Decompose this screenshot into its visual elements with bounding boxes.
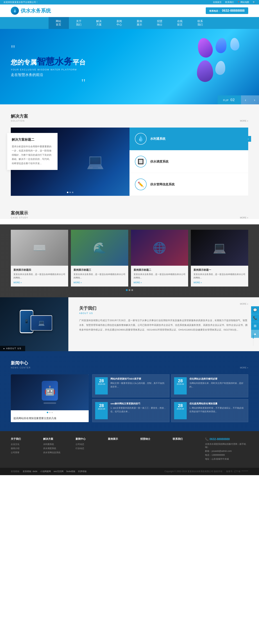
top-bar: 欢迎来到某某某水务平台有限公司！ 在线留言 联系我们 📍 网站地图 🔍 [0,0,259,4]
footer-about-item-2[interactable]: 公司荣誉 [11,451,40,454]
footer-contact-details: 📞 0632-88888888 水务供水调度系统网站招募代理商（新手机端） 邮箱… [205,438,248,462]
hero-next-btn[interactable]: › [250,96,259,104]
nav-item-recruit[interactable]: 招贤纳士 [150,17,170,29]
nav-item-about[interactable]: 关于我们 [69,17,89,29]
hotline-box: 联系电话： 0632-88888888 [206,7,248,14]
news-item-3[interactable]: 28 2019-04 优化提高网站排名增加流量 1. 网站的网络更新的时候，不不… [171,399,248,422]
hotline-number: 0632-88888888 [222,9,245,12]
footer-news-item-0[interactable]: 公司动态 [76,443,104,446]
footer-bottom-prefix: 发现模板: [11,470,20,473]
solution-item-water[interactable]: 💧 水利通系统 › [130,128,248,150]
sidebar-btn-qr[interactable]: ⊞ [251,322,259,330]
about-image-content: 📱 💻 [13,304,56,344]
case-item-1[interactable]: 💻 案例展示标题一 某某自来水业务系统，是一套适合各种规模自来水公司的网络...… [191,230,248,286]
case-more-4[interactable]: MORE » [14,281,22,284]
solutions-section: 解决方案 SOLUTION MORE » 解决方案标题二 需求分析是软件生命周期… [0,104,259,205]
sidebar-btn-top[interactable]: ▲ [251,330,259,338]
about-more[interactable]: MORE » [240,303,248,305]
footer-col-contact-title-col: 联系我们 [173,438,201,462]
cases-nav [11,286,248,294]
nav-item-message[interactable]: 在线留言 [170,17,190,29]
footer-link-dream[interactable]: 织梦模板 [78,470,87,473]
drop2 [214,37,228,54]
footer-sol-item-2[interactable]: 供水管网信息系统 [43,451,72,454]
hero-drops [196,36,241,83]
footer-link-dede[interactable]: 发策模板: dede [23,470,37,473]
about-title-zh: 关于我们 [79,306,248,311]
case-more-3[interactable]: MORE » [74,281,82,284]
solution-item-pipe[interactable]: ✏️ 供水管网信息系统 [130,173,248,196]
about-content: MORE » 关于我们 About Us 广州某某科技有限公司成立于2001年7… [68,297,259,351]
solution-title-0: 水利通系统 [150,137,165,141]
case-more-2[interactable]: MORE » [134,281,142,284]
solutions-more[interactable]: MORE » [240,120,248,122]
case-item-3[interactable]: 🌊 案例展示标题三 某某自来水业务系统，是一套适合各种规模自来水公司的网络...… [71,230,128,286]
footer-about-item-1[interactable]: 值得介绍 [11,447,40,450]
nav-item-home[interactable]: 网站首页 [49,17,69,29]
case-item-2[interactable]: 🌐 案例展示标题二 某某自来水业务系统，是一套适合各种规模自来水公司的网络...… [131,230,188,286]
footer-col-recruit-title: 招贤纳士 [140,438,169,441]
footer-phone: 0632-88888888 [209,438,230,441]
topbar-link-contact[interactable]: 联系我们 [225,1,234,4]
footer-icp: 备案号: 辽宁省: ******** [226,470,248,473]
case-title-1: 案例展示标题一 [193,268,245,272]
cases-nav-dot-3[interactable] [131,289,133,291]
case-item-4[interactable]: ⌨️ 案例展示标题四 某某自来水业务系统，是一套适合各种规模自来水公司的网络..… [11,230,68,286]
hero-prev-btn[interactable]: ‹ [241,96,250,104]
footer-link-pool[interactable]: 小池网建网 [40,470,51,473]
news-date-2: 28 2019-04 [95,402,108,419]
cases-header: 案例展示 CASE STUDY MORE » [0,205,259,219]
sidebar-btn-phone[interactable]: 📞 [251,314,259,322]
footer-contact-3: 地址：山东省城市中央城 [205,458,248,460]
cases-more[interactable]: MORE » [240,216,248,219]
footer-contact-2: 电话：13899999999 [205,454,248,457]
dot-2[interactable] [69,192,71,193]
footer-link-seo[interactable]: seo无忧网 [54,470,64,473]
footer-col-solutions: 解决方案 水利通系统 供水调度系统 供水管网信息系统 [43,438,72,462]
solution-item-supply[interactable]: 🔲 供水调度系统 [130,150,248,173]
about-us-badge: ▸ ABOUT US [0,346,25,351]
flip-number: 02 [230,98,235,102]
case-desc-1: 某某自来水业务系统，是一套适合各种规模自来水公司的网络... [193,273,245,280]
news-section: 新闻中心 NEWS CENTER MORE » 🤖 提高网站排名增加流量需要注意… [0,351,259,431]
cases-title-en: CASE STUDY [11,216,28,219]
news-item-0[interactable]: 28 2019-04 网站内容更新技巧SEO高手要 网站文章一般要求原创人头心的… [92,374,169,397]
footer-about-item-0[interactable]: 企业文化 [11,443,40,446]
cases-nav-dot-1[interactable] [126,289,128,291]
news-featured-image: 🤖 [11,374,89,410]
news-item-2[interactable]: 28 2019-04 seo操作网站文章更新的技巧 1. seo文章更新内容的来… [92,399,169,422]
footer-link-0ede[interactable]: 0ede模板 [66,470,75,473]
news-item-1[interactable]: 28 2019-04 优化网站从选择关键词必要 当网站内容更新出来，同时关注用户… [171,374,248,397]
about-section: 📱 💻 ▸ ABOUT US MORE » 关于我们 About Us 广州某某… [0,297,259,351]
news-featured-title: 提高网站排名增加流量需要注意的几项 [11,414,89,422]
topbar-link-message[interactable]: 在线留言 [213,1,222,4]
footer-col-about: 关于我们 企业文化 值得介绍 公司荣誉 [11,438,40,462]
news-more[interactable]: MORE » [240,366,248,369]
about-mockup: 📱 💻 [16,308,52,340]
nav-item-cases[interactable]: 案例展示 [130,17,150,29]
cases-section-header: 案例展示 CASE STUDY MORE » [11,210,248,219]
sidebar-btn-chat[interactable]: 💬 [251,306,259,314]
solution-icon-supply: 🔲 [135,156,147,168]
main-nav: 网站首页 关于我们 解决方案 新闻中心 案例展示 招贤纳士 在线留言 联系我们 [0,17,259,29]
footer-sol-item-0[interactable]: 水利通系统 [43,443,72,446]
footer-news-item-1[interactable]: 行业动态 [76,447,104,450]
case-more-1[interactable]: MORE » [193,281,202,284]
footer-col-news-title: 新闻中心 [76,438,104,441]
news-featured[interactable]: 🤖 提高网站排名增加流量需要注意的几项 [11,374,89,422]
solution-main-image: 解决方案标题二 需求分析是软件生命周期中重要重要的一步，也是决策性的一步，这一阶… [11,128,130,196]
nav-item-news[interactable]: 新闻中心 [109,17,130,29]
hotline-label: 联系电话： [209,10,220,12]
hero-nav: FLIP 02 ‹ › [218,96,259,104]
footer-sol-item-1[interactable]: 供水调度系统 [43,447,72,450]
nav-item-contact[interactable]: 联系我们 [190,17,211,29]
news-content-3: 优化提高网站排名增加流量 1. 网站的网络更新的时候，不不要必须应认，不不能必须… [189,402,245,419]
dot-1[interactable] [67,192,68,193]
dot-3[interactable] [72,192,73,193]
cases-grid: ⌨️ 案例展示标题四 某某自来水业务系统，是一套适合各种规模自来水公司的网络..… [11,230,248,286]
footer-links: 关于我们 企业文化 值得介绍 公司荣誉 解决方案 水利通系统 供水调度系统 供水… [0,431,259,468]
nav-item-solutions[interactable]: 解决方案 [89,17,109,29]
cases-nav-dot-2[interactable] [129,289,130,291]
search-icon[interactable]: 🔍 [253,1,255,4]
topbar-link-sitemap[interactable]: 📍 网站地图 [237,1,249,4]
